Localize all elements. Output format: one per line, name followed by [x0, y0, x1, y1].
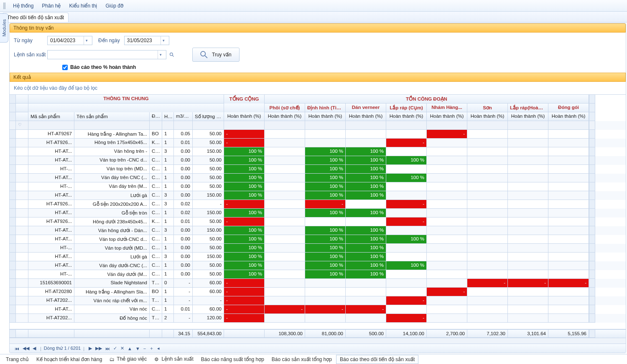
band-general-info[interactable]: THÔNG TIN CHUNG [28, 95, 224, 104]
nav-record-text: Dòng thứ 1 / 6201 [44, 346, 81, 351]
table-row[interactable]: HT-AT...Ván hông trên -CAI30.00150.00100… [10, 147, 626, 156]
table-row[interactable]: HT-AT...Lưới gàCAI30.00150.00100 %100 %1… [10, 253, 626, 261]
chevron-down-icon[interactable]: ▾ [161, 36, 166, 45]
stage-header-2[interactable]: Dán verneer [346, 104, 386, 112]
col-factor[interactable]: Hệ... [162, 112, 174, 121]
col-product-code[interactable]: Mã sản phẩm [28, 112, 74, 121]
nav-more[interactable]: ◂ [155, 346, 161, 351]
stage-sub-header-5[interactable]: Hoàn thành (%) [467, 112, 508, 121]
table-row[interactable]: HT-AT...Ván đáy trên CNC (...CAI10.0050.… [10, 174, 626, 182]
table-row[interactable]: HT-AT20280Hàng trắng - Allingham Sla...B… [10, 288, 626, 296]
table-row[interactable]: HT-AT202...Đố hông nócTH...2-120.00-- [10, 314, 626, 323]
btab-home[interactable]: Trang chủ [3, 355, 32, 364]
grid-column-header-row: Mã sản phẩm Tên sản phẩm ĐVT Hệ... m3/SP… [10, 112, 626, 121]
toolbar-grip [3, 3, 5, 9]
report-by-percent-checkbox[interactable] [62, 65, 68, 70]
col-m3[interactable]: m3/SP [174, 112, 193, 121]
table-row[interactable]: HT-...Ván top trên (MD...CAI10.0050.0010… [10, 165, 626, 174]
table-row[interactable]: HT-AT202...Ván nóc ráp chết với m...TAM1… [10, 296, 626, 305]
table-row[interactable]: HT-AT...Gỗ tiện trònCAI10.02150.00100 %1… [10, 209, 626, 217]
table-row[interactable]: HT-...Ván đáy trên (M...CAI10.0050.00100… [10, 182, 626, 191]
btab-production-report[interactable]: Báo cáo sản xuất tổng hợp [268, 355, 335, 364]
nav-prev-page[interactable]: ◀◀ [21, 346, 31, 351]
tab-production-progress[interactable]: Theo dõi tiến độ sản xuất [3, 13, 69, 22]
stage-header-4[interactable]: Nhám Hàng... [427, 104, 467, 112]
col-completion-total[interactable]: Hoàn thành (%) [224, 112, 265, 121]
nav-last[interactable]: ⏭ [104, 346, 112, 351]
table-row[interactable]: HT-AT...Ván hông dưới - Dán...CAI30.0015… [10, 226, 626, 235]
btab-productivity-report[interactable]: Báo cáo năng suất tổng hợp [198, 355, 268, 364]
table-row[interactable]: HT-AT...Lưới gàCAI30.00150.00100 %100 %1… [10, 191, 626, 200]
label-to-date: Đến ngày [98, 38, 120, 43]
table-row[interactable]: HT-AT...Ván nócCAI10.0160.00---- [10, 305, 626, 314]
filter-icon[interactable]: ♡ [16, 121, 28, 130]
from-date-input[interactable]: 01/04/2023 ▾ [47, 36, 92, 45]
query-button[interactable]: Truy vấn [192, 48, 240, 62]
chevron-down-icon[interactable]: ▾ [158, 51, 163, 59]
grid-body[interactable]: HT-AT9267Hàng trắng - Allingham Ta...BO1… [10, 130, 626, 329]
stage-sub-header-6[interactable]: Hoàn thành (%) [508, 112, 548, 121]
stage-header-1[interactable]: Định hình (Tin... [305, 104, 346, 112]
svg-point-0 [170, 53, 173, 56]
stage-sub-header-0[interactable]: Hoàn thành (%) [265, 112, 305, 121]
nav-down[interactable]: ▼ [134, 346, 142, 351]
stage-sub-header-4[interactable]: Hoàn thành (%) [427, 112, 467, 121]
btab-job-card[interactable]: 🗂Thẻ giao việc [106, 355, 150, 364]
nav-next-page[interactable]: ▶▶ [94, 346, 104, 351]
nav-add[interactable]: ＋ [148, 345, 155, 351]
stage-header-3[interactable]: Lắp ráp (Cụm) [386, 104, 427, 112]
nav-first[interactable]: ⏮ [13, 346, 21, 351]
stage-sub-header-3[interactable]: Hoàn thành (%) [386, 112, 427, 121]
btab-deploy-plan[interactable]: Kế hoạch triển khai đơn hàng [33, 355, 105, 364]
stage-header-6[interactable]: Lắp ráp(Hoàn ... [508, 104, 548, 112]
nav-cancel[interactable]: ✕ [119, 346, 126, 351]
nav-delete[interactable]: − [142, 346, 148, 351]
stage-sub-header-1[interactable]: Hoàn thành (%) [305, 112, 346, 121]
table-row[interactable]: HT-AT926...Hông trên 175x450x45...KH...1… [10, 139, 626, 147]
band-stage-remain[interactable]: TỒN CÔNG ĐOẠN [265, 95, 589, 104]
table-row[interactable]: HT-...Ván top dưới (MD...CAI10.0050.0010… [10, 244, 626, 253]
menu-help[interactable]: Giúp đỡ [101, 1, 127, 10]
report-by-percent-label: Báo cáo theo % hoàn thành [70, 64, 136, 70]
col-unit[interactable]: ĐVT [150, 112, 162, 121]
stage-sub-header-7[interactable]: Hoàn thành (%) [548, 112, 589, 121]
grid-horizontal-scrollbar[interactable] [10, 338, 626, 344]
band-total[interactable]: TỔNG CỘNG [224, 95, 265, 104]
stage-header-7[interactable]: Đóng gói [548, 104, 589, 112]
btab-progress-report[interactable]: Báo cáo theo dõi tiến độ sản xuất [336, 355, 418, 364]
grid-filter-row[interactable]: ♡ [10, 121, 626, 130]
group-by-hint[interactable]: Kéo cột dữ liệu vào đây để tạo bộ lọc [10, 82, 626, 94]
nav-prev[interactable]: ◀ [31, 346, 38, 351]
table-row[interactable]: 151653690001Slade NightstandTH...0-60.00… [10, 279, 626, 288]
table-row[interactable]: HT-AT...Ván top trên -CNC d...CAI10.0050… [10, 156, 626, 165]
table-row[interactable]: HT-AT...Ván đáy dưới-CNC (...CAI10.0050.… [10, 261, 626, 270]
table-row[interactable]: HT-AT9267Hàng trắng - Allingham Ta...BO1… [10, 130, 626, 139]
btab-production-order[interactable]: ⚙Lệnh sản xuất [151, 355, 196, 364]
stage-header-0[interactable]: Phôi (sơ chế) [265, 104, 305, 112]
table-row[interactable]: HT-...Ván đáy dưới (M...CAI10.0050.00100… [10, 270, 626, 279]
label-production-order: Lệnh sản xuất [14, 52, 47, 58]
table-row[interactable]: HT-AT926...Hông dưới 238x450x45...KH...1… [10, 217, 626, 226]
nav-up[interactable]: ▲ [126, 346, 134, 351]
result-grid: THÔNG TIN CHUNG TỔNG CỘNG TỒN CÔNG ĐOẠN … [10, 94, 626, 353]
modules-side-tab[interactable]: Modules [0, 13, 8, 43]
nav-next[interactable]: ▶ [87, 346, 94, 351]
sum-qty: 554,843.00 [193, 330, 224, 338]
menu-module[interactable]: Phân hệ [38, 1, 65, 10]
col-product-name[interactable]: Tên sản phẩm [74, 112, 150, 121]
col-qty[interactable]: Số lượng (WO) [193, 112, 224, 121]
menu-viewstyle[interactable]: Kiểu hiển thị [65, 1, 101, 10]
table-row[interactable]: HT-AT926...Gỗ tiện 200x200x200 A...CAI30… [10, 200, 626, 209]
grid-expand-col [16, 95, 28, 104]
table-row[interactable]: HT-AT...Ván top dưới-CNC d...CAI10.0050.… [10, 235, 626, 244]
chevron-down-icon[interactable]: ▾ [84, 36, 89, 45]
search-icon[interactable] [168, 51, 176, 58]
stage-sub-header-2[interactable]: Hoàn thành (%) [346, 112, 386, 121]
to-date-input[interactable]: 31/05/2023 ▾ [124, 36, 169, 45]
sum-m3: 34.15 [174, 330, 193, 338]
content-area: Thông tin truy vấn Từ ngày 01/04/2023 ▾ … [9, 23, 626, 353]
production-order-input[interactable]: ▾ [47, 50, 166, 59]
stage-header-5[interactable]: Sơn [467, 104, 508, 112]
menu-system[interactable]: Hệ thống [9, 1, 38, 10]
nav-commit[interactable]: ✓ [112, 346, 119, 351]
